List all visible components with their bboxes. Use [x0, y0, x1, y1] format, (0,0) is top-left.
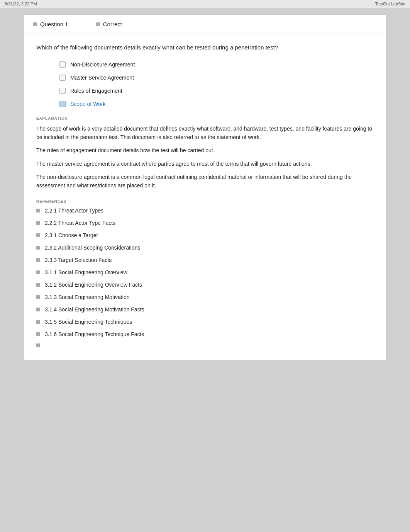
question-text: Which of the following documents details…	[36, 43, 374, 52]
reference-icon-2	[36, 221, 40, 225]
reference-text-7: 3.1.2 Social Engineering Overview Facts	[45, 282, 142, 288]
reference-text-6: 3.1.1 Social Engineering Overview	[45, 269, 127, 275]
reference-text-8: 3.1.3 Social Engineering Motivation	[45, 294, 129, 300]
explanation-paragraph-4: The non-disclosure agreement is a common…	[36, 173, 374, 190]
reference-text-2: 2.2.2 Threat Actor Type Facts	[45, 220, 115, 226]
radio-box-1[interactable]	[59, 61, 66, 68]
radio-box-2[interactable]	[59, 75, 66, 81]
browser-site: TestOut LabSim	[375, 2, 405, 6]
answer-option-2[interactable]: Master Service Agreement	[59, 75, 374, 81]
explanation-paragraph-1: The scope of work is a very detailed doc…	[36, 124, 374, 142]
browser-timestamp: 8/31/22, 3:22 PM	[5, 2, 37, 6]
question-icon	[33, 22, 37, 26]
reference-icon-1	[36, 209, 40, 212]
reference-text-10: 3.1.5 Social Engineering Techniques	[45, 319, 132, 325]
explanation-paragraph-2: The rules of engagement document details…	[36, 146, 374, 155]
reference-text-11: 3.1.6 Social Engineering Technique Facts	[45, 331, 144, 337]
reference-item-7[interactable]: 3.1.2 Social Engineering Overview Facts	[36, 282, 374, 288]
option-text-1: Non-Disclosure Agreement	[70, 61, 135, 68]
question-label: Question 1:	[40, 21, 70, 27]
reference-icon-5	[36, 258, 40, 262]
reference-text-9: 3.1.4 Social Engineering Motivation Fact…	[45, 306, 144, 313]
reference-item-9[interactable]: 3.1.4 Social Engineering Motivation Fact…	[36, 306, 374, 313]
reference-item-5[interactable]: 2.3.3 Target Selection Facts	[36, 257, 374, 263]
reference-item-4[interactable]: 2.3.2 Additional Scoping Considerations	[36, 245, 374, 251]
explanation-label: EXPLANATION	[36, 116, 374, 121]
question-header: Question 1: Correct	[24, 15, 386, 34]
reference-text-4: 2.3.2 Additional Scoping Considerations	[45, 245, 141, 251]
reference-item-11[interactable]: 3.1.6 Social Engineering Technique Facts	[36, 331, 374, 337]
references-label: REFERENCES	[36, 199, 374, 204]
radio-box-4[interactable]	[59, 101, 66, 107]
reference-icon-7	[36, 283, 40, 287]
reference-icon-3	[36, 233, 40, 237]
reference-text-3: 2.3.1 Choose a Target	[45, 232, 98, 238]
reference-item-2[interactable]: 2.2.2 Threat Actor Type Facts	[36, 220, 374, 226]
answer-option-3[interactable]: Rules of Engagement	[59, 88, 374, 94]
reference-icon-8	[36, 295, 40, 299]
correct-icon	[96, 22, 100, 26]
bottom-icon	[36, 343, 40, 347]
reference-item-1[interactable]: 2.2.1 Threat Actor Types	[36, 207, 374, 214]
reference-text-1: 2.2.1 Threat Actor Types	[45, 207, 103, 214]
explanation-section: EXPLANATION The scope of work is a very …	[36, 116, 374, 190]
radio-box-3[interactable]	[59, 88, 66, 94]
answer-option-1[interactable]: Non-Disclosure Agreement	[59, 61, 374, 68]
reference-icon-11	[36, 332, 40, 336]
reference-item-3[interactable]: 2.3.1 Choose a Target	[36, 232, 374, 238]
content-area: Which of the following documents details…	[24, 34, 386, 360]
reference-item-8[interactable]: 3.1.3 Social Engineering Motivation	[36, 294, 374, 300]
option-text-4: Scope of Work	[70, 101, 106, 107]
answer-options: Non-Disclosure AgreementMaster Service A…	[59, 61, 374, 107]
reference-text-5: 2.3.3 Target Selection Facts	[45, 257, 112, 263]
reference-icon-6	[36, 270, 40, 274]
reference-icon-10	[36, 320, 40, 324]
reference-item-10[interactable]: 3.1.5 Social Engineering Techniques	[36, 319, 374, 325]
option-text-2: Master Service Agreement	[70, 75, 134, 81]
option-text-3: Rules of Engagement	[70, 88, 122, 94]
reference-icon-4	[36, 246, 40, 250]
explanation-paragraph-3: The master service agreement is a contra…	[36, 160, 374, 168]
answer-option-4[interactable]: Scope of Work	[59, 101, 374, 107]
page-wrapper: Question 1: Correct Which of the followi…	[24, 14, 386, 360]
reference-item-6[interactable]: 3.1.1 Social Engineering Overview	[36, 269, 374, 275]
reference-icon-9	[36, 308, 40, 311]
correct-label: Correct	[103, 21, 122, 27]
references-section: REFERENCES 2.2.1 Threat Actor Types2.2.2…	[36, 199, 374, 337]
